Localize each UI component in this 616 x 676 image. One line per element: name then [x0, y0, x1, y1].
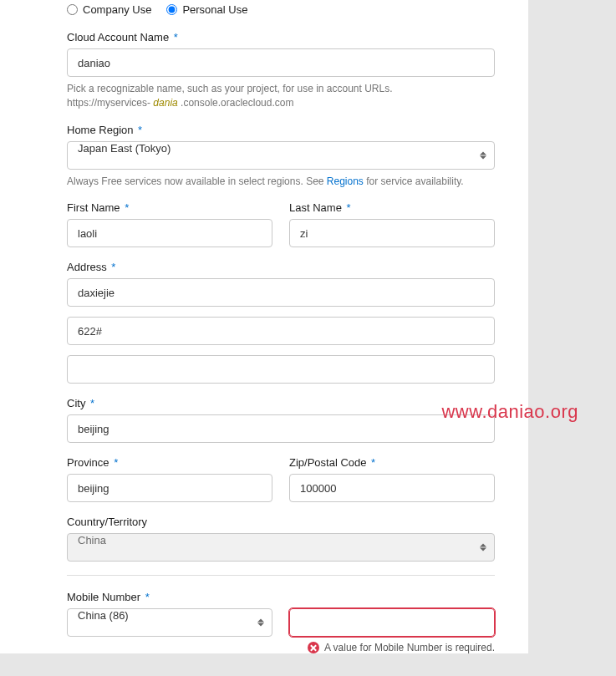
address-line3-input[interactable] — [67, 355, 495, 384]
postal-input[interactable] — [289, 474, 495, 502]
city-input[interactable] — [67, 414, 495, 443]
cloud-account-help: Pick a recognizable name, such as your p… — [67, 82, 495, 110]
radio-personal-label: Personal Use — [182, 3, 247, 16]
radio-company[interactable] — [67, 4, 78, 15]
mobile-country-code-select[interactable]: China (86) — [67, 608, 272, 637]
label-cloud-account: Cloud Account Name * — [67, 31, 495, 43]
field-first-name: First Name * — [67, 201, 272, 247]
account-type-personal[interactable]: Personal Use — [166, 3, 247, 16]
province-input[interactable] — [67, 474, 272, 502]
error-icon — [308, 642, 319, 653]
mobile-number-input[interactable] — [289, 608, 495, 637]
row-name: First Name * Last Name * — [67, 201, 495, 247]
address-line1-input[interactable] — [67, 278, 495, 307]
home-region-select[interactable]: Japan East (Tokyo) — [67, 141, 495, 170]
field-province: Province * — [67, 456, 272, 502]
check-icon — [505, 56, 518, 69]
radio-company-label: Company Use — [83, 3, 151, 16]
field-address: Address * — [67, 261, 495, 384]
field-mobile: Mobile Number * China (86) — [67, 591, 495, 653]
regions-link[interactable]: Regions — [327, 175, 364, 187]
cloud-account-input[interactable] — [67, 48, 495, 77]
label-home-region: Home Region * — [67, 124, 495, 136]
address-line2-input[interactable] — [67, 317, 495, 345]
divider — [67, 575, 495, 576]
required-star: * — [171, 31, 178, 43]
account-type-company[interactable]: Company Use — [67, 3, 151, 16]
field-last-name: Last Name * — [289, 201, 495, 247]
field-home-region: Home Region * Japan East (Tokyo) Always … — [67, 124, 495, 189]
field-city: City * — [67, 397, 495, 443]
country-select[interactable]: China — [67, 533, 495, 562]
radio-personal[interactable] — [166, 4, 177, 15]
last-name-input[interactable] — [289, 219, 495, 247]
account-type-group: Company Use Personal Use — [67, 3, 495, 16]
first-name-input[interactable] — [67, 219, 272, 247]
error-icon — [505, 616, 518, 629]
row-province-postal: Province * Zip/Postal Code * — [67, 456, 495, 502]
field-cloud-account-name: Cloud Account Name * Pick a recognizable… — [67, 31, 495, 110]
home-region-help: Always Free services now available in se… — [67, 175, 495, 189]
mobile-error-msg: A value for Mobile Number is required. — [289, 642, 495, 653]
field-country: Country/Territory China — [67, 516, 495, 562]
field-postal: Zip/Postal Code * — [289, 456, 495, 502]
